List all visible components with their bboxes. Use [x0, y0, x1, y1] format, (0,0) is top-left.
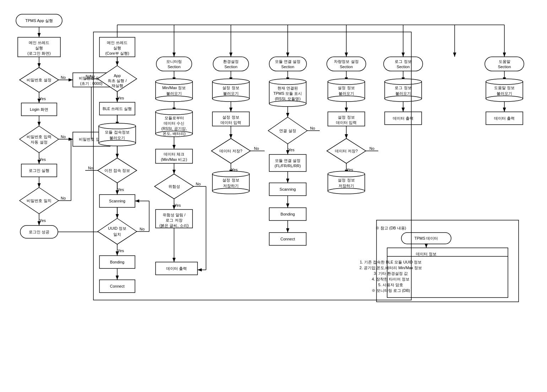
svg-text:4. 장착한 타이어 정보: 4. 장착한 타이어 정보 [372, 277, 410, 281]
svg-text:1. 기존 접속한 BLE 모듈 UUID 정보: 1. 기존 접속한 BLE 모듈 UUID 정보 [360, 260, 422, 264]
svg-text:모듈로부터: 모듈로부터 [164, 116, 184, 120]
minmax-load-node: Min/Max 정보 불러오기 [156, 79, 193, 102]
svg-text:데이터 정보: 데이터 정보 [416, 252, 437, 256]
vehicle-setting-save-node: 설정 정보 저장하기 [328, 171, 365, 194]
svg-text:No: No [61, 135, 66, 139]
svg-text:데이터 출력: 데이터 출력 [166, 266, 187, 271]
setting-save1-node: 설정 정보 저장하기 [212, 171, 249, 194]
svg-text:데이터 입력: 데이터 입력 [336, 120, 357, 125]
svg-text:저장하기: 저장하기 [223, 184, 239, 188]
svg-rect-178 [269, 154, 306, 172]
db-note-box: ※ 참고 (DB 내용) TPMS 데이터 데이터 정보 1. 기존 접속한 B… [359, 220, 519, 302]
svg-text:Section: Section [224, 65, 238, 69]
svg-point-142 [212, 96, 249, 102]
svg-text:일치: 일치 [113, 232, 121, 236]
svg-text:재실행: 재실행 [112, 83, 123, 88]
uuid-match-diamond: UUID 정보 일치 [98, 218, 137, 244]
svg-text:(RSSI, 공기압,: (RSSI, 공기압, [161, 126, 187, 131]
svg-rect-161 [269, 57, 307, 71]
login-success-node: 로그인 성공 [20, 225, 58, 238]
svg-rect-190 [327, 57, 366, 71]
module-connect-set-node: 모듈 연결 설정 (FL/FR/RL/RR) [269, 154, 306, 172]
password-match-diamond: 비밀번호 일치 [20, 187, 59, 214]
svg-text:자동 설정: 자동 설정 [31, 140, 47, 144]
log-load-node: 로그 정보 불러오기 [385, 79, 422, 102]
main-thread-node: 메인 쓰레드 실행 (로그인 화면) [18, 37, 60, 57]
svg-point-220 [385, 79, 422, 85]
svg-text:Yes: Yes [39, 218, 46, 223]
svg-text:Section: Section [397, 65, 410, 69]
log-section-node: 로그 정보 Section [384, 57, 423, 71]
module-connection-node: 모듈 접속정보 불러오기 [99, 123, 136, 146]
vehicle-setting-load-node: 설정 정보 불러오기 [328, 79, 365, 102]
svg-text:데이터 수신: 데이터 수신 [164, 121, 184, 125]
svg-text:No: No [254, 146, 259, 151]
svg-text:Section: Section [281, 65, 294, 69]
svg-text:Bonding: Bonding [281, 212, 295, 216]
svg-text:로그 정보: 로그 정보 [395, 59, 411, 64]
connect2-node: Connect [269, 233, 306, 245]
svg-text:No: No [196, 182, 201, 186]
prev-connection-diamond: 이전 접속 정보 [98, 158, 137, 183]
svg-rect-136 [213, 57, 249, 71]
danger-diamond: 위험성 [155, 174, 194, 199]
data-output3-node: 데이터 출력 [486, 112, 523, 125]
svg-text:Section: Section [168, 65, 181, 69]
svg-point-211 [328, 171, 365, 177]
svg-text:연결 설정: 연결 설정 [279, 129, 296, 133]
svg-text:로그인 성공: 로그인 성공 [29, 230, 49, 234]
svg-text:UUID 정보: UUID 정보 [108, 226, 126, 230]
svg-text:설정 정보: 설정 정보 [338, 178, 354, 182]
svg-text:데이터 입력: 데이터 입력 [221, 120, 241, 125]
svg-point-232 [486, 79, 523, 85]
svg-text:모듈 연결 설정: 모듈 연결 설정 [275, 59, 300, 64]
svg-text:No: No [86, 74, 91, 78]
svg-marker-20 [20, 126, 59, 153]
svg-point-166 [269, 79, 306, 85]
svg-text:No: No [369, 146, 374, 151]
svg-point-233 [486, 96, 523, 102]
svg-text:불러오기: 불러오기 [166, 91, 182, 96]
svg-text:비밀번호 일치: 비밀번호 일치 [27, 198, 51, 203]
svg-text:데이터 저장?: 데이터 저장? [220, 149, 242, 153]
start-node: TPMS App 실행 [16, 14, 62, 27]
svg-point-221 [385, 96, 422, 102]
module-receive-node: 모듈로부터 데이터 수신 (RSSI, 공기압, 온도, 배터리) [156, 109, 193, 137]
env-section-node: 환경설정 Section [213, 57, 249, 71]
app-first-run-diamond: App 최초 실행 / 재실행 [98, 66, 137, 92]
data-save2-diamond: 데이터 저장? [327, 138, 366, 163]
svg-text:불러오기: 불러오기 [497, 91, 512, 96]
svg-text:불러오기: 불러오기 [395, 91, 411, 96]
setting-load-node: 설정 정보 불러오기 [212, 79, 249, 102]
svg-text:현재 연결된: 현재 연결된 [277, 86, 298, 90]
login-exec-node: 로그인 실행 [21, 164, 57, 177]
svg-text:(RSSI, 모듈명): (RSSI, 모듈명) [275, 97, 300, 101]
login-screen-node: Login 화면 [21, 103, 57, 116]
svg-text:(Core부 실행): (Core부 실행) [105, 51, 129, 55]
svg-text:No: No [61, 75, 66, 80]
svg-text:Yes: Yes [288, 148, 294, 152]
svg-rect-227 [485, 57, 524, 71]
svg-text:Bonding: Bonding [110, 260, 124, 264]
svg-text:No: No [310, 126, 315, 130]
svg-text:No: No [90, 74, 95, 78]
svg-text:Yes: Yes [174, 203, 181, 207]
help-load-node: 도움말 정보 불러오기 [486, 79, 523, 102]
svg-text:설정 정보: 설정 정보 [338, 86, 354, 90]
svg-text:(Min/Max 비교): (Min/Max 비교) [161, 157, 187, 162]
vehicle-section-node: 차량정보 설정 Section [327, 57, 366, 71]
svg-text:TPMS 모듈 표시: TPMS 모듈 표시 [274, 91, 302, 96]
svg-text:모듈 연결 설정: 모듈 연결 설정 [275, 158, 300, 163]
svg-text:(초기 : 0000): (초기 : 0000) [80, 81, 103, 86]
svg-text:5. 사용자 암호: 5. 사용자 암호 [378, 283, 403, 287]
svg-text:로그인 실행: 로그인 실행 [29, 168, 49, 173]
svg-text:Connect: Connect [110, 284, 125, 288]
connect1-node: Connect [99, 280, 135, 293]
svg-text:데이터 출력: 데이터 출력 [393, 116, 413, 120]
svg-text:도움말 정보: 도움말 정보 [494, 86, 515, 90]
data-save1-diamond: 데이터 저장? [211, 138, 250, 163]
svg-text:Section: Section [340, 65, 353, 69]
scanning1-node: Scanning [99, 195, 135, 207]
svg-text:실행: 실행 [113, 46, 121, 50]
data-check-node: 데이터 체크 (Min/Max 비교) [156, 149, 193, 163]
